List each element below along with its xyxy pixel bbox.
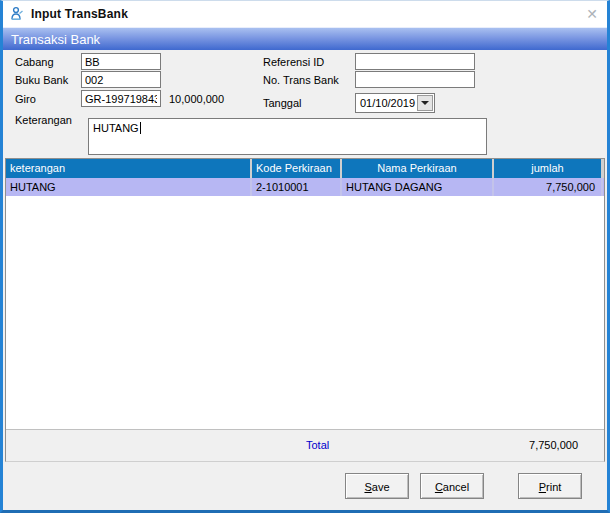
cabang-label: Cabang xyxy=(15,56,54,68)
col-header-jumlah[interactable]: jumlah xyxy=(494,159,603,178)
col-header-kode-perkiraan[interactable]: Kode Perkiraan xyxy=(252,159,342,178)
form-caption-bar: Transaksi Bank xyxy=(3,27,607,50)
col-header-keterangan[interactable]: keterangan xyxy=(6,159,252,178)
giro-input[interactable] xyxy=(81,90,161,107)
referensi-id-input[interactable] xyxy=(355,53,475,70)
tanggal-select[interactable]: 01/10/2019 xyxy=(355,93,435,113)
save-label-rest: ave xyxy=(372,481,390,493)
close-icon[interactable]: ✕ xyxy=(586,5,598,23)
app-icon xyxy=(9,6,25,22)
buku-bank-input[interactable] xyxy=(81,71,161,88)
form-caption-text: Transaksi Bank xyxy=(11,32,100,47)
giro-balance: 10,000,000 xyxy=(169,93,224,105)
title-bar: Input TransBank ✕ xyxy=(3,1,607,27)
cell-keterangan: HUTANG xyxy=(6,178,252,196)
form-area: Cabang Buku Bank Giro 10,000,000 Referen… xyxy=(3,50,607,158)
text-caret xyxy=(140,122,141,134)
print-label-rest: rint xyxy=(546,481,561,493)
cell-kode-perkiraan: 2-1010001 xyxy=(252,178,342,196)
tanggal-dropdown-button[interactable] xyxy=(417,95,433,111)
referensi-id-label: Referensi ID xyxy=(263,56,324,68)
cell-nama-perkiraan: HUTANG DAGANG xyxy=(342,178,494,196)
keterangan-text: HUTANG xyxy=(93,122,139,134)
keterangan-label: Keterangan xyxy=(15,114,72,126)
cabang-input[interactable] xyxy=(81,53,161,70)
col-header-nama-perkiraan[interactable]: Nama Perkiraan xyxy=(342,159,494,178)
total-bar: Total 7,750,000 xyxy=(6,429,604,461)
window-title: Input TransBank xyxy=(31,7,128,21)
print-button[interactable]: Print xyxy=(518,473,582,499)
button-bar: Save Cancel Print xyxy=(3,462,607,510)
chevron-down-icon xyxy=(421,101,429,105)
cancel-label-rest: ancel xyxy=(443,481,469,493)
print-accesskey: P xyxy=(539,481,546,493)
input-transbank-window: Input TransBank ✕ Transaksi Bank Cabang … xyxy=(0,0,610,513)
table-row[interactable]: HUTANG 2-1010001 HUTANG DAGANG 7,750,000 xyxy=(6,178,604,196)
no-trans-bank-label: No. Trans Bank xyxy=(263,74,339,86)
save-button[interactable]: Save xyxy=(345,473,409,499)
total-value: 7,750,000 xyxy=(529,439,578,451)
keterangan-textarea[interactable]: HUTANG xyxy=(88,118,487,155)
transaction-grid-panel: keterangan Kode Perkiraan Nama Perkiraan… xyxy=(5,158,605,462)
cancel-button[interactable]: Cancel xyxy=(420,473,484,499)
save-accesskey: S xyxy=(364,481,371,493)
giro-label: Giro xyxy=(15,93,36,105)
grid-header-row: keterangan Kode Perkiraan Nama Perkiraan… xyxy=(6,159,604,178)
total-label: Total xyxy=(306,439,329,451)
grid-empty-area xyxy=(6,196,604,429)
cancel-accesskey: C xyxy=(435,481,443,493)
tanggal-value: 01/10/2019 xyxy=(356,97,417,109)
no-trans-bank-input[interactable] xyxy=(355,71,475,88)
cell-jumlah: 7,750,000 xyxy=(494,178,603,196)
tanggal-label: Tanggal xyxy=(263,97,302,109)
buku-bank-label: Buku Bank xyxy=(15,74,68,86)
